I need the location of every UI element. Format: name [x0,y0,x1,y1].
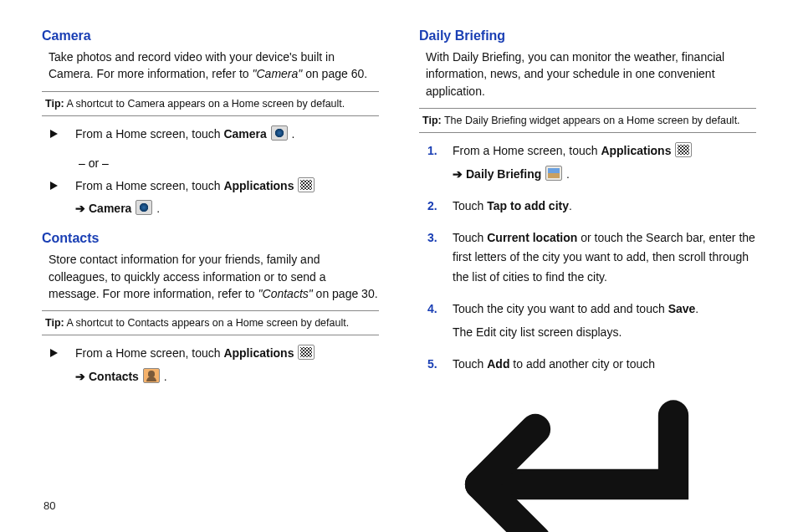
reference-italic: "Contacts" [258,287,313,300]
manual-page: Camera Take photos and record video with… [0,0,798,532]
bold: Contacts [89,370,139,383]
tip-text: A shortcut to Camera appears on a Home s… [64,98,345,110]
tip-text: The Daily Briefing widget appears on a H… [442,115,740,126]
step-text: From a Home screen, touch Camera . [75,125,379,145]
step-text: Touch Current location or touch the Sear… [453,228,756,288]
page-number: 80 [43,499,55,512]
text: From a Home screen, touch [75,346,223,360]
step-text: From a Home screen, touch Applications ➔… [453,141,756,185]
step-subtext: The Edit city list screen displays. [453,323,756,343]
tip-box-daily-briefing: Tip: The Daily Briefing widget appears o… [419,108,756,133]
text: From a Home screen, touch [75,127,223,141]
camera-description: Take photos and record video with your d… [49,49,379,83]
text: on page 60. [302,67,367,80]
step-item: 1. From a Home screen, touch Application… [427,141,756,185]
step-text: Touch the city you want to add and touch… [453,299,756,343]
step-number: 1. [427,141,453,161]
contacts-icon [143,368,160,383]
text: From a Home screen, touch [75,179,223,192]
text: . [695,302,698,315]
step-item: 4. Touch the city you want to add and to… [427,299,756,343]
bold: Camera [223,127,266,141]
tip-box-camera: Tip: A shortcut to Camera appears on a H… [42,91,379,116]
daily-briefing-steps: 1. From a Home screen, touch Application… [419,141,756,532]
step-text: Touch Tap to add city. [453,197,756,217]
text: to add another city or touch [509,357,655,371]
bold: Applications [223,346,294,360]
step-item: 5. Touch Add to add another city or touc… [427,355,756,532]
step-item: 3. Touch Current location or touch the S… [427,228,756,288]
step-number: 2. [427,197,453,217]
contacts-description: Store contact information for your frien… [49,251,379,302]
reference-italic: "Camera" [253,67,303,80]
step-text: From a Home screen, touch Applications ➔… [75,344,379,387]
daily-briefing-description: With Daily Briefing, you can monitor the… [426,49,756,100]
step-item: From a Home screen, touch Camera . [50,125,379,145]
applications-icon [675,142,692,157]
bold: Current location [487,231,577,244]
step-item: From a Home screen, touch Applications ➔… [50,176,379,220]
text: Touch [453,231,487,244]
or-separator: – or – [79,156,379,170]
camera-steps: From a Home screen, touch Camera . – or … [42,125,379,219]
step-item: 2. Touch Tap to add city. [427,197,756,217]
step-item: From a Home screen, touch Applications ➔… [50,344,379,387]
section-heading-daily-briefing: Daily Briefing [419,28,756,43]
step-number: 5. [427,355,453,375]
daily-briefing-icon [545,166,562,181]
text: on page 30. [313,287,378,300]
step-text: From a Home screen, touch Applications ➔… [75,176,379,220]
left-column: Camera Take photos and record video with… [42,28,379,532]
applications-icon [298,345,315,360]
bullet-icon [50,176,75,197]
bullet-icon [50,344,75,364]
tip-box-contacts: Tip: A shortcut to Contacts appears on a… [42,310,379,335]
section-heading-camera: Camera [42,28,379,43]
text: Touch [453,357,487,371]
tip-label: Tip: [422,115,442,126]
tip-label: Tip: [45,98,64,110]
text: . [569,199,572,212]
arrow-icon: ➔ [75,202,85,215]
tip-text: A shortcut to Contacts appears on a Home… [64,317,349,329]
contacts-steps: From a Home screen, touch Applications ➔… [42,344,379,387]
right-column: Daily Briefing With Daily Briefing, you … [419,28,756,532]
bold: Tap to add city [487,199,569,212]
arrow-icon: ➔ [75,370,85,383]
camera-icon [136,200,152,215]
step-number: 4. [427,299,453,320]
bold: Save [668,302,696,315]
step-number: 3. [427,228,453,248]
bold: Add [487,357,509,371]
camera-icon [271,125,288,141]
step-text: Touch Add to add another city or touch .… [453,355,756,532]
bullet-icon [50,125,75,145]
text: Touch [453,199,487,212]
bold: Camera [89,202,131,215]
applications-icon [298,177,315,192]
bold: Applications [223,179,294,192]
text: Touch the city you want to add and touch [453,302,668,315]
section-heading-contacts: Contacts [42,231,379,246]
bold: Applications [601,144,671,157]
tip-label: Tip: [45,317,64,329]
arrow-icon: ➔ [453,167,463,181]
text: From a Home screen, touch [453,144,601,157]
bold: Daily Briefing [466,167,541,181]
